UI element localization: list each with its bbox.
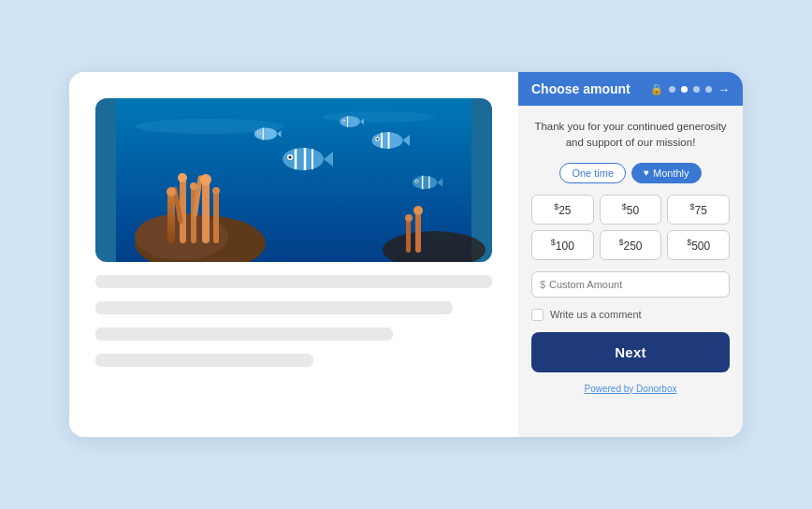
svg-point-14 (190, 182, 197, 190)
svg-point-50 (413, 206, 423, 215)
next-button[interactable]: Next (531, 332, 730, 372)
amount-50[interactable]: $50 (600, 195, 662, 225)
main-container: Choose amount 🔒 → Thank you for your con… (69, 72, 743, 437)
svg-rect-5 (167, 192, 175, 243)
step-dot-1 (669, 86, 675, 93)
forward-arrow-icon: → (718, 82, 730, 96)
svg-point-41 (340, 116, 360, 127)
svg-point-35 (416, 181, 418, 182)
svg-point-13 (178, 173, 187, 182)
comment-row: Write us a comment (531, 309, 730, 321)
svg-point-45 (343, 120, 344, 121)
svg-rect-47 (406, 220, 411, 253)
svg-point-49 (405, 214, 413, 222)
amount-75[interactable]: $75 (667, 195, 730, 225)
donate-header: Choose amount 🔒 → (518, 72, 743, 106)
choose-amount-title: Choose amount (531, 81, 631, 96)
amount-25[interactable]: $25 (531, 195, 594, 225)
step-dot-3 (693, 86, 700, 93)
svg-point-16 (212, 187, 220, 195)
heart-icon: ♥ (644, 167, 649, 178)
amount-250[interactable]: $250 (600, 230, 662, 260)
comment-checkbox[interactable] (531, 309, 544, 321)
svg-rect-9 (213, 192, 219, 243)
donate-body: Thank you for your continued generosity … (518, 106, 743, 437)
svg-point-15 (200, 174, 211, 185)
frequency-buttons: One time ♥ Monthly (531, 163, 730, 183)
hero-image (95, 98, 492, 262)
monthly-button[interactable]: ♥ Monthly (631, 163, 701, 183)
svg-rect-8 (202, 181, 210, 243)
skeleton-line-1 (95, 275, 492, 288)
lock-icon: 🔒 (650, 83, 663, 95)
svg-point-36 (254, 127, 277, 139)
one-time-button[interactable]: One time (559, 163, 626, 183)
svg-point-40 (258, 132, 260, 134)
svg-point-23 (289, 156, 292, 159)
skeleton-line-2 (95, 301, 453, 314)
amount-500[interactable]: $500 (667, 230, 730, 260)
svg-point-29 (376, 138, 378, 139)
step-dot-2 (681, 86, 688, 93)
thank-you-text: Thank you for your continued generosity … (531, 119, 730, 152)
custom-amount-input[interactable] (531, 271, 730, 298)
skeleton-line-4 (95, 354, 313, 367)
right-panel: Choose amount 🔒 → Thank you for your con… (518, 72, 743, 437)
step-dot-4 (705, 86, 712, 93)
comment-label: Write us a comment (550, 309, 642, 320)
amount-100[interactable]: $100 (531, 230, 594, 260)
powered-by[interactable]: Powered by Donorbox (531, 384, 730, 403)
svg-point-12 (167, 187, 176, 196)
amount-grid: $25 $50 $75 $100 $250 $500 (531, 195, 730, 260)
dollar-sign: $ (540, 279, 545, 290)
skeleton-line-3 (95, 327, 393, 341)
custom-amount-wrap: $ (531, 271, 730, 298)
left-panel (69, 72, 518, 437)
monthly-label: Monthly (653, 167, 689, 179)
svg-rect-48 (415, 212, 421, 253)
header-icons: 🔒 → (650, 82, 730, 96)
svg-point-2 (322, 111, 434, 123)
